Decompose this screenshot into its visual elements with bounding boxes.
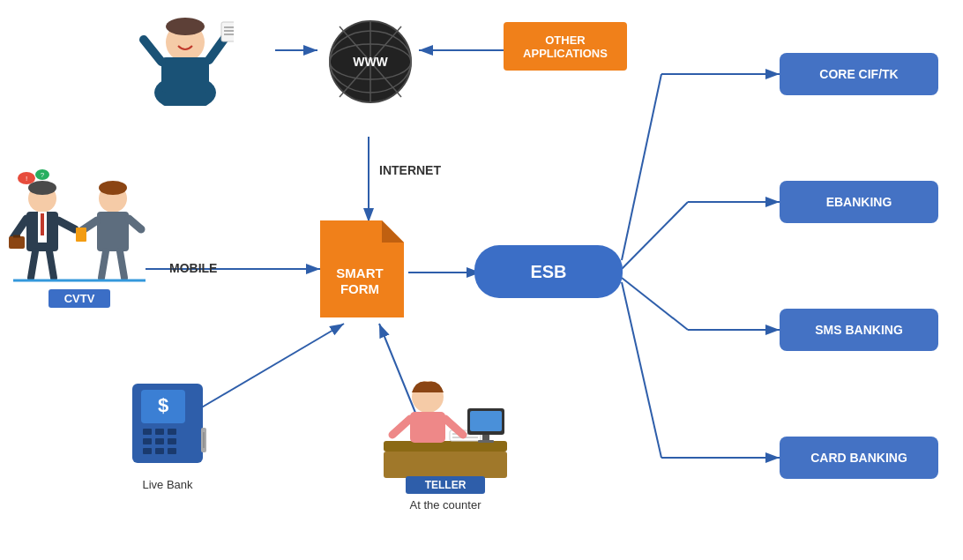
core-cif-box: CORE CIF/TK xyxy=(780,53,938,95)
globe-icon: WWW xyxy=(322,9,419,110)
smart-form-box: SMART FORM xyxy=(316,216,408,322)
svg-line-43 xyxy=(31,251,35,278)
teller-label: TELLER xyxy=(406,476,486,494)
svg-rect-66 xyxy=(143,438,152,444)
svg-point-35 xyxy=(28,181,56,195)
svg-text:?: ? xyxy=(41,171,45,179)
svg-rect-75 xyxy=(384,452,507,478)
svg-line-85 xyxy=(392,419,410,435)
sms-banking-box: SMS BANKING xyxy=(780,309,938,351)
svg-rect-53 xyxy=(76,228,86,242)
svg-rect-69 xyxy=(143,448,152,454)
svg-text:WWW: WWW xyxy=(353,55,388,69)
svg-line-21 xyxy=(144,40,161,62)
svg-line-11 xyxy=(622,202,688,269)
svg-rect-80 xyxy=(470,411,502,431)
svg-rect-81 xyxy=(482,435,489,441)
svg-text:!: ! xyxy=(26,175,27,183)
internet-label: INTERNET xyxy=(379,163,441,177)
svg-rect-64 xyxy=(155,429,164,435)
esb-box: ESB xyxy=(474,245,623,298)
svg-point-19 xyxy=(166,18,205,35)
svg-point-50 xyxy=(99,181,127,195)
svg-rect-63 xyxy=(143,429,152,435)
at-counter-label: At the counter xyxy=(410,498,482,511)
svg-line-15 xyxy=(622,282,661,458)
person-icon xyxy=(141,9,229,106)
svg-rect-38 xyxy=(41,213,44,235)
svg-line-13 xyxy=(622,278,688,330)
svg-line-44 xyxy=(49,251,54,278)
live-bank-icon: $ Live Bank xyxy=(123,379,212,491)
svg-rect-40 xyxy=(9,236,25,249)
svg-rect-68 xyxy=(168,438,176,444)
svg-rect-84 xyxy=(410,412,445,443)
svg-rect-23 xyxy=(221,22,234,41)
cvtv-label: CVTV xyxy=(49,289,111,308)
svg-rect-51 xyxy=(97,212,129,251)
live-bank-label: Live Bank xyxy=(142,478,192,491)
svg-line-56 xyxy=(120,251,124,278)
svg-line-54 xyxy=(129,219,141,229)
svg-rect-20 xyxy=(161,57,209,93)
ebanking-box: EBANKING xyxy=(780,181,938,223)
svg-line-7 xyxy=(190,324,344,414)
svg-text:FORM: FORM xyxy=(340,281,379,296)
svg-line-9 xyxy=(622,74,661,260)
card-banking-box: CARD BANKING xyxy=(780,437,938,479)
svg-rect-82 xyxy=(478,440,494,443)
mobile-label: MOBILE xyxy=(169,261,217,275)
svg-rect-65 xyxy=(168,429,176,435)
svg-rect-67 xyxy=(155,438,164,444)
other-applications-box: OTHER APPLICATIONS xyxy=(504,22,627,71)
svg-line-42 xyxy=(58,220,75,229)
svg-text:SMART: SMART xyxy=(336,265,383,280)
svg-rect-71 xyxy=(168,448,176,454)
cvtv-icon: ! ? CVTV xyxy=(9,168,150,308)
svg-line-55 xyxy=(101,251,106,278)
svg-text:$: $ xyxy=(158,394,168,416)
diagram-container: WWW OTHER APPLICATIONS INTERNET xyxy=(0,0,963,560)
teller-icon: TELLER At the counter xyxy=(379,366,511,511)
svg-rect-70 xyxy=(155,448,164,454)
